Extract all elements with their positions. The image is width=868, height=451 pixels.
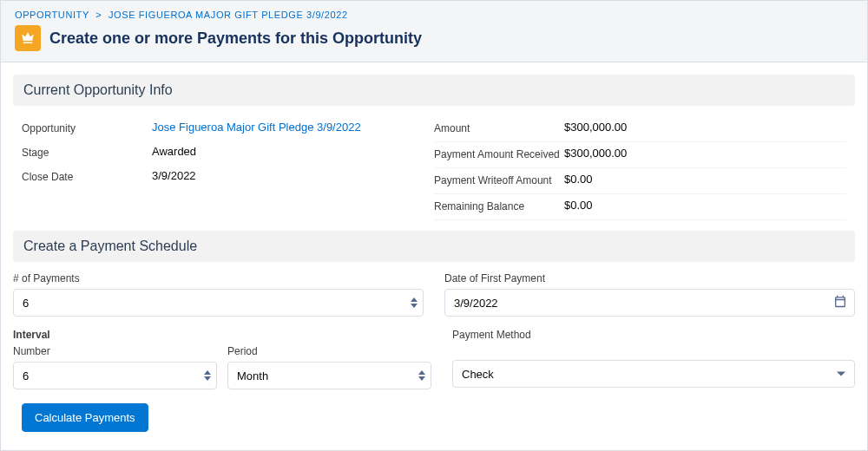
num-payments-input[interactable]: 6	[13, 289, 424, 317]
payment-method-select[interactable]: Check	[452, 360, 855, 388]
label-writeoff: Payment Writeoff Amount	[434, 173, 564, 188]
label-remaining: Remaining Balance	[434, 199, 564, 214]
value-amount: $300,000.00	[564, 121, 627, 134]
label-opportunity: Opportunity	[22, 121, 152, 136]
payment-method-value: Check	[462, 368, 494, 381]
label-stage: Stage	[22, 145, 152, 160]
label-received: Payment Amount Received	[434, 147, 564, 162]
interval-number-input[interactable]: 6	[13, 362, 217, 389]
label-number: Number	[13, 345, 217, 357]
page-title: Create one or more Payments for this Opp…	[49, 29, 422, 48]
chevron-down-icon	[837, 372, 845, 376]
value-opportunity-link[interactable]: Jose Figueroa Major Gift Pledge 3/9/2022	[152, 121, 361, 134]
num-payments-value: 6	[23, 297, 29, 310]
spinner-icon[interactable]	[411, 290, 418, 316]
first-payment-date-input[interactable]: 3/9/2022	[444, 289, 855, 317]
spinner-icon[interactable]	[418, 363, 425, 389]
first-payment-date-value: 3/9/2022	[454, 297, 498, 310]
label-num-payments: # of Payments	[13, 272, 424, 284]
breadcrumb-separator: >	[92, 10, 105, 20]
interval-number-value: 6	[23, 369, 29, 382]
label-period: Period	[227, 345, 431, 357]
interval-period-select[interactable]: Month	[227, 362, 431, 389]
spinner-icon[interactable]	[204, 363, 211, 389]
label-first-payment-date: Date of First Payment	[444, 272, 855, 284]
breadcrumb-root-link[interactable]: OPPORTUNITY	[15, 10, 89, 20]
value-writeoff: $0.00	[564, 173, 593, 186]
label-payment-method: Payment Method	[452, 329, 855, 341]
label-close-date: Close Date	[22, 169, 152, 185]
value-close-date: 3/9/2022	[152, 169, 196, 182]
breadcrumb: OPPORTUNITY > JOSE FIGUEROA MAJOR GIFT P…	[15, 10, 853, 20]
section-payment-schedule: Create a Payment Schedule	[13, 231, 855, 262]
breadcrumb-current-link[interactable]: JOSE FIGUEROA MAJOR GIFT PLEDGE 3/9/2022	[108, 10, 348, 20]
calendar-icon[interactable]	[833, 295, 847, 311]
label-interval: Interval	[13, 329, 431, 341]
interval-period-value: Month	[237, 369, 268, 382]
calculate-payments-button[interactable]: Calculate Payments	[22, 403, 148, 432]
crown-icon	[15, 25, 41, 51]
value-received: $300,000.00	[564, 147, 627, 160]
page-header: OPPORTUNITY > JOSE FIGUEROA MAJOR GIFT P…	[1, 1, 867, 62]
section-current-opp-info: Current Opportunity Info	[13, 75, 855, 106]
value-remaining: $0.00	[564, 199, 593, 212]
label-amount: Amount	[434, 121, 564, 136]
value-stage: Awarded	[152, 145, 196, 158]
